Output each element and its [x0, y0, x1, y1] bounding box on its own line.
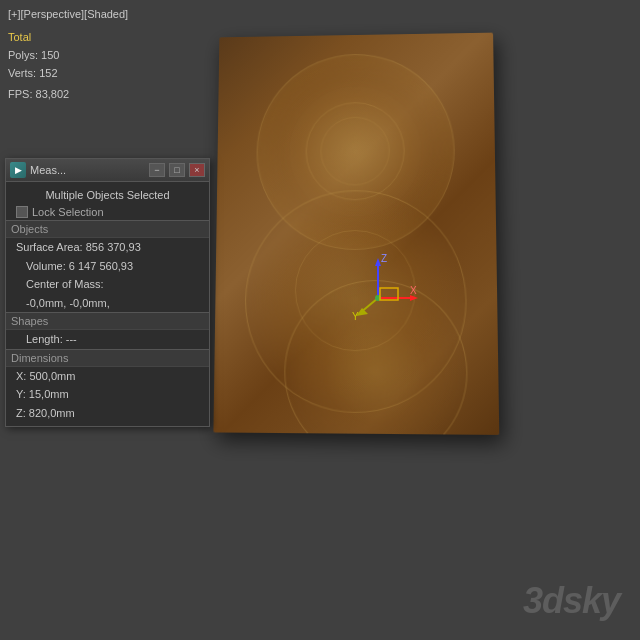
y-label: Y:	[16, 388, 26, 400]
lock-selection-checkbox[interactable]	[16, 206, 28, 218]
volume-value: 6 147 560,93	[69, 260, 133, 272]
polys-value: 150	[41, 49, 59, 61]
center-of-mass-value-row: -0,0mm, -0,0mm,	[12, 294, 203, 313]
measure-dialog: ▶ Meas... − □ × Multiple Objects Selecte…	[5, 158, 210, 427]
z-label: Z:	[16, 407, 26, 419]
dialog-content: Multiple Objects Selected Lock Selection…	[6, 182, 209, 426]
objects-section-label: Objects	[6, 220, 209, 238]
restore-button[interactable]: □	[169, 163, 185, 177]
surface-area-value: 856 370,93	[86, 241, 141, 253]
surface-area-label: Surface Area:	[16, 241, 83, 253]
length-label: Length:	[26, 333, 63, 345]
y-dimension-row: Y: 15,0mm	[12, 385, 203, 404]
center-of-mass-value: -0,0mm, -0,0mm,	[26, 297, 110, 309]
x-dimension-row: X: 500,0mm	[12, 367, 203, 386]
svg-text:X: X	[410, 285, 417, 296]
fps-label: FPS:	[8, 88, 32, 100]
z-dimension-row: Z: 820,0mm	[12, 404, 203, 423]
close-button[interactable]: ×	[189, 163, 205, 177]
center-of-mass-label-row: Center of Mass:	[12, 275, 203, 294]
verts-label: Verts:	[8, 67, 36, 79]
dialog-icon: ▶	[10, 162, 26, 178]
selected-text: Multiple Objects Selected	[12, 186, 203, 204]
dialog-icon-text: ▶	[15, 165, 22, 175]
polys-label: Polys:	[8, 49, 38, 61]
volume-row: Volume: 6 147 560,93	[12, 257, 203, 276]
lock-selection-row: Lock Selection	[12, 204, 203, 220]
gizmo: Z X Y	[348, 248, 428, 328]
surface-area-row: Surface Area: 856 370,93	[12, 238, 203, 257]
x-value: 500,0mm	[29, 370, 75, 382]
length-value: ---	[66, 333, 77, 345]
total-label: Total	[8, 31, 31, 43]
shapes-section-label: Shapes	[6, 312, 209, 330]
lock-selection-label: Lock Selection	[32, 206, 104, 218]
3d-object	[213, 33, 499, 435]
verts-value: 152	[39, 67, 57, 79]
center-of-mass-label: Center of Mass:	[26, 278, 104, 290]
y-value: 15,0mm	[29, 388, 69, 400]
svg-text:Y: Y	[352, 311, 359, 322]
dialog-title: Meas...	[30, 164, 145, 176]
length-row: Length: ---	[12, 330, 203, 349]
z-value: 820,0mm	[29, 407, 75, 419]
dimensions-section-label: Dimensions	[6, 349, 209, 367]
x-label: X:	[16, 370, 26, 382]
watermark: 3dsky	[523, 580, 620, 622]
viewport-label-text: [+][Perspective][Shaded]	[8, 8, 128, 20]
fps-value: 83,802	[36, 88, 70, 100]
stats-overlay: Total Polys: 150 Verts: 152 FPS: 83,802	[8, 28, 69, 104]
svg-text:Z: Z	[381, 253, 387, 264]
volume-label: Volume:	[26, 260, 66, 272]
dialog-titlebar: ▶ Meas... − □ ×	[6, 159, 209, 182]
viewport-label: [+][Perspective][Shaded]	[8, 8, 128, 20]
watermark-text: 3dsky	[523, 580, 620, 621]
minimize-button[interactable]: −	[149, 163, 165, 177]
